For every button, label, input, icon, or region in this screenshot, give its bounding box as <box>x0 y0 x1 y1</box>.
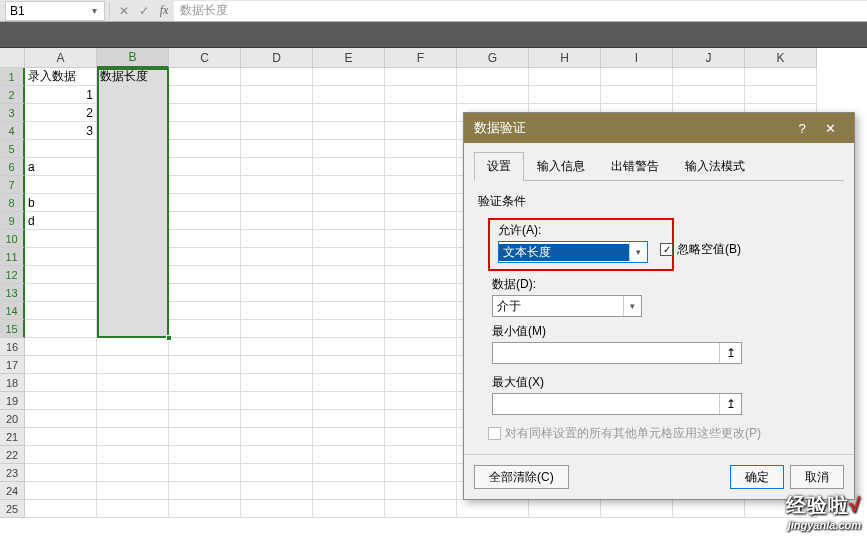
cell[interactable] <box>97 356 169 374</box>
cell[interactable] <box>97 374 169 392</box>
cell[interactable] <box>313 356 385 374</box>
cell[interactable] <box>241 410 313 428</box>
cell[interactable] <box>385 176 457 194</box>
cell[interactable] <box>601 500 673 518</box>
cell[interactable] <box>97 122 169 140</box>
cell[interactable] <box>313 266 385 284</box>
chevron-down-icon[interactable]: ▾ <box>629 242 647 262</box>
col-header-H[interactable]: H <box>529 48 601 68</box>
cell[interactable] <box>313 392 385 410</box>
selection-handle[interactable] <box>166 335 172 341</box>
cell[interactable] <box>169 176 241 194</box>
cell[interactable] <box>313 338 385 356</box>
row-header[interactable]: 12 <box>0 266 25 284</box>
cell[interactable] <box>241 338 313 356</box>
cell[interactable] <box>25 266 97 284</box>
cell[interactable] <box>457 500 529 518</box>
row-header[interactable]: 2 <box>0 86 25 104</box>
cell[interactable] <box>25 410 97 428</box>
cell[interactable] <box>169 338 241 356</box>
tab-input-message[interactable]: 输入信息 <box>524 152 598 181</box>
cell[interactable] <box>241 212 313 230</box>
cell[interactable] <box>25 500 97 518</box>
cell[interactable] <box>25 176 97 194</box>
allow-combo[interactable]: 文本长度 ▾ <box>498 241 648 263</box>
cancel-button[interactable]: 取消 <box>790 465 844 489</box>
cell[interactable] <box>169 410 241 428</box>
cell[interactable] <box>385 338 457 356</box>
cell[interactable] <box>97 104 169 122</box>
cell[interactable] <box>385 428 457 446</box>
cell[interactable] <box>169 68 241 86</box>
cell[interactable] <box>673 86 745 104</box>
cell[interactable] <box>241 500 313 518</box>
cell[interactable] <box>25 338 97 356</box>
cell[interactable] <box>241 446 313 464</box>
cell[interactable] <box>241 302 313 320</box>
cell[interactable] <box>313 284 385 302</box>
cell[interactable] <box>25 428 97 446</box>
cell[interactable] <box>385 212 457 230</box>
cell[interactable] <box>457 86 529 104</box>
tab-settings[interactable]: 设置 <box>474 152 524 181</box>
cell[interactable] <box>97 410 169 428</box>
cell[interactable] <box>97 392 169 410</box>
cell[interactable] <box>601 86 673 104</box>
cell[interactable] <box>313 320 385 338</box>
cell[interactable] <box>97 158 169 176</box>
cell[interactable] <box>25 230 97 248</box>
cell[interactable] <box>745 500 817 518</box>
cell[interactable] <box>601 68 673 86</box>
col-header-K[interactable]: K <box>745 48 817 68</box>
cell[interactable] <box>745 68 817 86</box>
cell[interactable] <box>313 158 385 176</box>
cell[interactable] <box>385 68 457 86</box>
chevron-down-icon[interactable]: ▾ <box>623 296 641 316</box>
formula-input[interactable]: 数据长度 <box>174 1 867 21</box>
row-header[interactable]: 24 <box>0 482 25 500</box>
col-header-J[interactable]: J <box>673 48 745 68</box>
cell[interactable]: b <box>25 194 97 212</box>
min-input[interactable]: ↥ <box>492 342 742 364</box>
row-header[interactable]: 18 <box>0 374 25 392</box>
cell[interactable] <box>313 428 385 446</box>
dialog-titlebar[interactable]: 数据验证 ? ✕ <box>464 113 854 143</box>
cell[interactable]: a <box>25 158 97 176</box>
cell[interactable] <box>529 68 601 86</box>
cell[interactable] <box>241 482 313 500</box>
cell[interactable] <box>241 86 313 104</box>
cell[interactable] <box>169 104 241 122</box>
row-header[interactable]: 10 <box>0 230 25 248</box>
cell[interactable] <box>169 212 241 230</box>
cell[interactable] <box>745 86 817 104</box>
cell[interactable] <box>169 482 241 500</box>
row-header[interactable]: 14 <box>0 302 25 320</box>
cell[interactable] <box>97 482 169 500</box>
cell[interactable] <box>673 68 745 86</box>
cell[interactable] <box>169 302 241 320</box>
row-header[interactable]: 22 <box>0 446 25 464</box>
cell[interactable] <box>313 176 385 194</box>
cell[interactable] <box>313 212 385 230</box>
row-header[interactable]: 19 <box>0 392 25 410</box>
row-header[interactable]: 16 <box>0 338 25 356</box>
cell[interactable] <box>97 320 169 338</box>
ok-button[interactable]: 确定 <box>730 465 784 489</box>
col-header-C[interactable]: C <box>169 48 241 68</box>
cell[interactable] <box>169 230 241 248</box>
cell[interactable] <box>25 284 97 302</box>
cell[interactable] <box>313 446 385 464</box>
close-icon[interactable]: ✕ <box>816 116 844 140</box>
row-header[interactable]: 8 <box>0 194 25 212</box>
cell[interactable] <box>313 302 385 320</box>
cell[interactable] <box>97 284 169 302</box>
cell[interactable] <box>169 374 241 392</box>
cell[interactable] <box>241 248 313 266</box>
col-header-I[interactable]: I <box>601 48 673 68</box>
col-header-B[interactable]: B <box>97 48 169 68</box>
cell[interactable] <box>97 446 169 464</box>
cell[interactable] <box>25 392 97 410</box>
data-combo[interactable]: 介于 ▾ <box>492 295 642 317</box>
cell[interactable] <box>313 140 385 158</box>
col-header-A[interactable]: A <box>25 48 97 68</box>
